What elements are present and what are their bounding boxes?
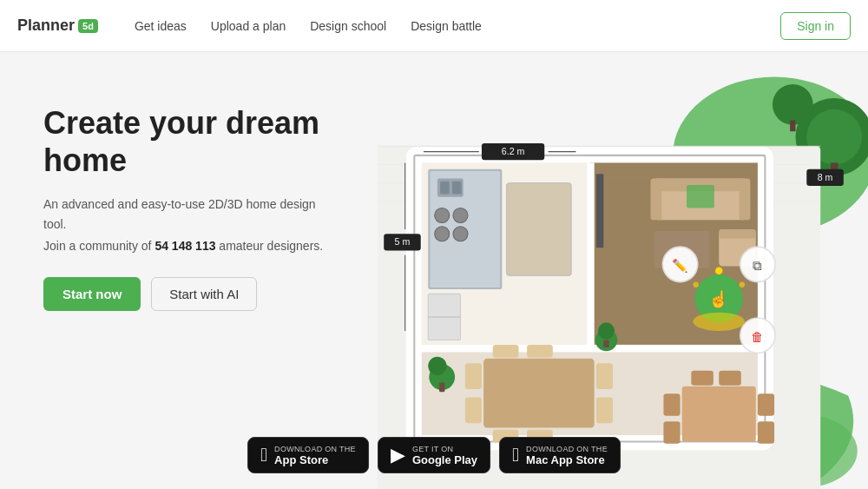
svg-point-83 [715,268,723,275]
hero-buttons: Start now Start with AI [43,277,330,311]
svg-rect-58 [758,393,774,416]
svg-text:🗑: 🗑 [751,330,764,344]
community-count: 54 148 113 [155,239,215,253]
community-prefix: Join a community of [43,239,155,253]
svg-point-25 [453,208,468,223]
svg-rect-6 [790,120,795,131]
svg-rect-59 [758,421,774,444]
logo-text: Planner [17,17,75,35]
community-suffix: amateur designers. [215,239,323,253]
nav-upload-plan[interactable]: Upload a plan [201,14,296,38]
google-play-icon: ▶ [391,444,405,466]
mac-store-small: Download on the [526,445,608,453]
start-now-button[interactable]: Start now [43,277,141,311]
svg-rect-33 [651,178,662,220]
house-svg: 6.2 m 8 m 5 m 2.5 m ☝ [312,52,868,489]
hero-description: An advanced and easy-to-use 2D/3D home d… [43,195,330,234]
svg-point-27 [453,227,468,241]
google-play-text: GET IT ON Google Play [412,445,477,466]
navbar: Planner 5d Get ideas Upload a plan Desig… [0,0,868,52]
svg-rect-42 [603,340,608,348]
svg-point-41 [598,322,615,339]
svg-rect-55 [682,387,756,442]
app-store-text: Download on the App Store [274,445,356,466]
svg-rect-43 [483,359,595,428]
svg-rect-56 [663,393,680,416]
google-play-small: GET IT ON [412,445,477,453]
svg-rect-48 [493,345,519,358]
google-play-big: Google Play [412,453,477,466]
logo-badge: 5d [78,19,98,33]
svg-rect-39 [719,229,756,239]
app-store-small: Download on the [274,445,356,453]
nav-design-school[interactable]: Design school [299,14,397,38]
svg-point-24 [435,208,450,223]
hero-left: Create your dream home An advanced and e… [0,52,365,489]
apple-icon:  [260,444,267,466]
start-with-ai-button[interactable]: Start with AI [151,277,257,311]
svg-rect-17 [587,162,595,347]
svg-rect-34 [740,178,751,220]
app-badges:  Download on the App Store ▶ GET IT ON … [247,437,621,473]
svg-point-5 [773,84,813,125]
svg-text:☝: ☝ [708,289,729,309]
nav-design-battle[interactable]: Design battle [400,14,492,38]
svg-point-84 [693,282,698,287]
svg-rect-60 [691,371,713,386]
mac-store-big: Mac App Store [526,453,608,466]
svg-rect-28 [507,183,571,275]
mac-app-store-badge[interactable]:  Download on the Mac App Store [499,437,621,473]
svg-text:6.2 m: 6.2 m [502,146,525,156]
nav-links: Get ideas Upload a plan Design school De… [124,14,780,38]
svg-rect-46 [596,363,613,389]
svg-rect-35 [687,185,714,208]
svg-point-26 [435,227,450,241]
svg-rect-18 [422,345,758,353]
svg-point-82 [693,313,745,331]
nav-get-ideas[interactable]: Get ideas [124,14,197,38]
hero-right: 6.2 m 8 m 5 m 2.5 m ☝ [365,52,868,489]
hero-title: Create your dream home [43,104,330,179]
app-store-big: App Store [274,453,356,466]
mac-apple-icon:  [512,444,519,466]
google-play-badge[interactable]: ▶ GET IT ON Google Play [378,437,490,473]
svg-text:5 m: 5 m [395,236,411,247]
svg-rect-23 [452,182,462,195]
hero-section: Create your dream home An advanced and e… [0,52,868,489]
svg-text:⧉: ⧉ [753,259,762,273]
svg-rect-54 [439,382,444,392]
svg-rect-44 [465,363,482,389]
svg-text:8 m: 8 m [818,172,833,182]
mac-app-store-text: Download on the Mac App Store [526,445,608,466]
svg-rect-45 [465,398,482,424]
svg-rect-47 [596,398,613,424]
hero-community: Join a community of 54 148 113 amateur d… [43,239,330,253]
house-illustration: 6.2 m 8 m 5 m 2.5 m ☝ [312,52,868,489]
svg-rect-57 [663,421,680,444]
logo[interactable]: Planner 5d [17,17,98,35]
signin-button[interactable]: Sign in [780,12,851,40]
svg-text:✏️: ✏️ [672,258,688,274]
svg-rect-22 [440,182,450,195]
svg-rect-49 [527,345,553,358]
svg-rect-61 [719,371,741,386]
svg-point-85 [740,282,745,287]
app-store-badge[interactable]:  Download on the App Store [247,437,369,473]
svg-rect-37 [596,174,604,248]
svg-point-53 [428,357,446,375]
